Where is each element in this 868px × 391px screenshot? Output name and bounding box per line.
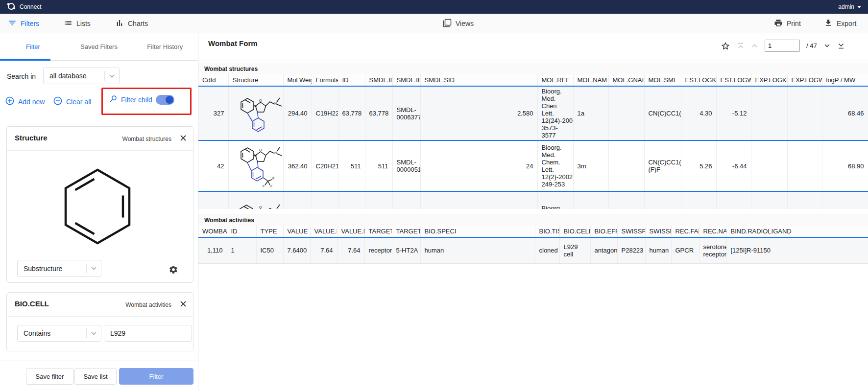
- table-cell[interactable]: 66.48: [822, 191, 868, 209]
- last-record-icon[interactable]: [837, 42, 845, 50]
- table-cell[interactable]: 3m: [573, 140, 608, 191]
- table-cell[interactable]: 328.84: [283, 191, 312, 209]
- table-cell[interactable]: [125I]R-91150: [726, 237, 868, 263]
- table-cell[interactable]: 1,110: [198, 237, 227, 263]
- table-cell[interactable]: receptor: [364, 237, 392, 263]
- molecule-structure[interactable]: ONN: [228, 191, 283, 209]
- tab-filter[interactable]: Filter: [0, 33, 66, 60]
- table-cell[interactable]: cloned: [535, 237, 559, 263]
- table-cell[interactable]: [787, 140, 822, 191]
- column-header[interactable]: VALUE.MII: [310, 226, 337, 237]
- table-cell[interactable]: [608, 191, 644, 209]
- table-cell[interactable]: 362.40: [283, 140, 312, 191]
- add-new-button[interactable]: Add new: [5, 96, 45, 107]
- column-header[interactable]: MOL.REF: [537, 74, 573, 86]
- table-cell[interactable]: SMDL- 00000511: [392, 140, 420, 191]
- table-cell[interactable]: 42: [198, 140, 228, 191]
- search-mode-select[interactable]: Substructure: [17, 260, 101, 277]
- table-cell[interactable]: 24: [420, 191, 537, 209]
- table-cell[interactable]: CN(C)CC1(: [644, 191, 681, 209]
- filters-button[interactable]: Filters: [8, 14, 39, 33]
- table-cell[interactable]: [751, 140, 787, 191]
- column-header[interactable]: MOL.NAM: [573, 74, 608, 86]
- table-cell[interactable]: 1a: [573, 86, 608, 140]
- tab-saved-filters[interactable]: Saved Filters: [66, 33, 132, 60]
- filter-child-toggle[interactable]: [156, 95, 174, 105]
- table-cell[interactable]: 63,778: [365, 86, 392, 140]
- table-cell[interactable]: 511: [338, 140, 365, 191]
- column-header[interactable]: Mol Weigh: [283, 74, 312, 86]
- page-input[interactable]: [765, 40, 800, 52]
- molecule-structure[interactable]: ONN FFF: [228, 140, 283, 191]
- table-cell[interactable]: 3p: [573, 191, 608, 209]
- table-cell[interactable]: Bioorg. Med. Chem. Lett. 12(2)-2002 249-…: [537, 140, 573, 191]
- table-cell[interactable]: 7.64: [337, 237, 364, 263]
- save-list-button[interactable]: Save list: [74, 368, 117, 385]
- column-header[interactable]: logP / MW: [822, 74, 868, 86]
- table-cell[interactable]: human: [645, 237, 671, 263]
- table-cell[interactable]: 511: [365, 140, 392, 191]
- table-cell[interactable]: SMDL- 00063778: [392, 86, 420, 140]
- column-header[interactable]: REC.NAME: [699, 226, 726, 237]
- filter-child-control[interactable]: Filter child: [109, 94, 174, 105]
- print-button[interactable]: Print: [774, 14, 801, 33]
- save-filter-button[interactable]: Save filter: [26, 368, 73, 385]
- column-header[interactable]: SMDL.ID: [365, 74, 392, 86]
- clear-all-button[interactable]: Clear all: [53, 96, 91, 107]
- first-record-icon[interactable]: [737, 42, 745, 50]
- table-cell[interactable]: [787, 86, 822, 140]
- column-header[interactable]: Formula: [312, 74, 338, 86]
- filter-button[interactable]: Filter: [119, 368, 193, 385]
- user-menu[interactable]: admin: [838, 3, 861, 10]
- table-cell[interactable]: 294.40: [283, 86, 312, 140]
- table-cell[interactable]: Bioorg. Med. Chem.: [537, 191, 573, 209]
- column-header[interactable]: SWISSP.ID: [617, 226, 645, 237]
- table-row[interactable]: 1,1101IC507.64007.647.64receptor5-HT2Ahu…: [198, 237, 868, 263]
- table-cell[interactable]: CN(C)CC1(: [644, 86, 681, 140]
- table-cell[interactable]: 2,580: [420, 86, 537, 140]
- table-cell[interactable]: 5-HT2A: [392, 237, 420, 263]
- column-header[interactable]: BIO.EFFEC: [590, 226, 617, 237]
- column-header[interactable]: SMDL.IDX: [392, 74, 420, 86]
- column-header[interactable]: MOL.SMI: [644, 74, 681, 86]
- table-cell[interactable]: 68.46: [822, 86, 868, 140]
- table-cell[interactable]: 327: [198, 86, 228, 140]
- table-cell[interactable]: [608, 140, 644, 191]
- table-cell[interactable]: [751, 86, 787, 140]
- column-header[interactable]: BIO.TISSU: [535, 226, 559, 237]
- table-cell[interactable]: antagonist: [590, 237, 617, 263]
- table-cell[interactable]: 68.90: [822, 140, 868, 191]
- column-header[interactable]: EXP.LOGK(: [751, 74, 787, 86]
- table-cell[interactable]: Bioorg. Med. Chen Lett. 12(24)-200 3573-…: [537, 86, 573, 140]
- column-header[interactable]: TARGET.TY: [364, 226, 392, 237]
- column-header[interactable]: VALUE.MA: [337, 226, 364, 237]
- column-header[interactable]: BIO.CELL: [559, 226, 590, 237]
- table-cell[interactable]: 4.95: [681, 191, 716, 209]
- export-button[interactable]: Export: [824, 14, 856, 33]
- table-cell[interactable]: P28223: [617, 237, 645, 263]
- table-cell[interactable]: human: [420, 237, 535, 263]
- tab-filter-history[interactable]: Filter History: [132, 33, 198, 60]
- column-header[interactable]: WOMBAT_: [198, 226, 227, 237]
- table-cell[interactable]: IC50: [256, 237, 283, 263]
- next-record-icon[interactable]: [823, 42, 831, 49]
- table-cell[interactable]: L929 cell: [559, 237, 590, 263]
- biocell-value-input[interactable]: [105, 325, 192, 342]
- search-in-select[interactable]: all database: [43, 68, 120, 84]
- table-cell[interactable]: SMDL-: [392, 191, 420, 209]
- column-header[interactable]: SMDL.SID: [420, 74, 537, 86]
- table-row[interactable]: 43 ONN 328.84C19H21Cl512512SMDL-24Bioorg…: [198, 191, 868, 209]
- table-cell[interactable]: 512: [338, 191, 365, 209]
- favorite-star-icon[interactable]: [721, 41, 730, 51]
- table-cell[interactable]: 1: [227, 237, 256, 263]
- column-header[interactable]: CdId: [198, 74, 228, 86]
- column-header[interactable]: BIND.RADIOLIGAND: [726, 226, 868, 237]
- column-header[interactable]: ID: [338, 74, 365, 86]
- table-cell[interactable]: C19H21Cl: [312, 191, 338, 209]
- benzene-structure-drawing[interactable]: [56, 165, 139, 250]
- table-cell[interactable]: -5.93: [716, 191, 751, 209]
- table-cell[interactable]: [751, 191, 787, 209]
- table-cell[interactable]: -6.44: [716, 140, 751, 191]
- table-cell[interactable]: 512: [365, 191, 392, 209]
- column-header[interactable]: EST.LOGK(: [681, 74, 716, 86]
